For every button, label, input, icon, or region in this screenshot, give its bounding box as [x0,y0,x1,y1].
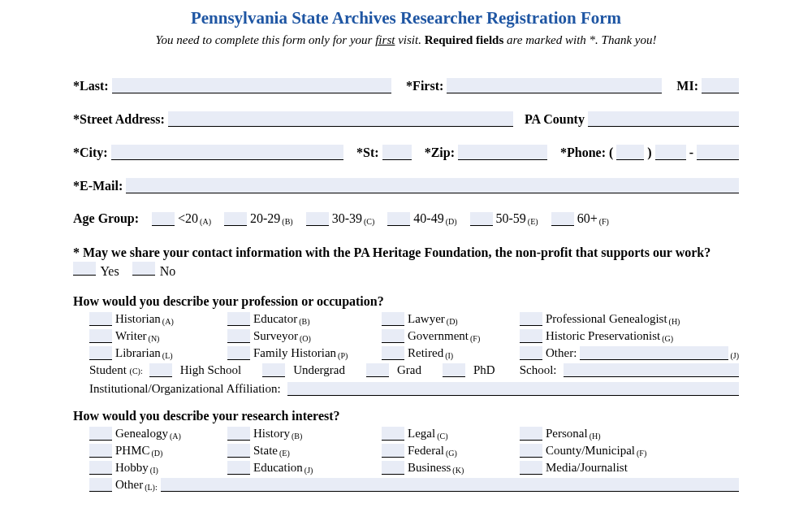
profession-question: How would you describe your profession o… [73,294,739,309]
profession-professional-genealogist-check[interactable] [520,312,542,326]
profession-option-label: Other: [546,346,577,360]
research-option-label: Business [408,461,451,475]
research-legal-check[interactable] [382,427,404,441]
research-media-journalist-check[interactable] [520,461,542,475]
phone-dash: - [689,145,693,160]
profession-option-label: Professional Genealogist [546,312,667,326]
research-option-label: Hobby [115,461,149,475]
research-genealogy-check[interactable] [89,427,112,441]
profession-writer-check[interactable] [89,329,112,343]
email-field[interactable] [126,178,739,193]
phone-area-field[interactable] [616,145,644,160]
share-question: * May we share your contact information … [73,244,739,281]
profession-historic-preservationist-check[interactable] [520,329,542,343]
phone-label: *Phone: ( [560,145,613,160]
research-option-label: History [253,427,290,441]
age-30-39-check[interactable] [306,212,329,226]
last-field[interactable] [112,78,392,93]
research-hobby-check[interactable] [89,461,112,475]
zip-field[interactable] [458,145,547,160]
research-option-label: Education [253,461,303,475]
profession-option-label: Retired [408,346,443,360]
profession-other-field[interactable] [580,346,728,360]
first-label: *First: [406,79,443,93]
research-history-check[interactable] [227,427,250,441]
research-other-check[interactable] [89,478,112,492]
research-option-label: County/Municipal [546,444,635,458]
age-group-row: Age Group: <20(A) 20-29(B) 30-39(C) 40-4… [73,211,739,226]
research-option-label: State [253,444,278,458]
research-option-label: Other [115,478,143,492]
profession-family-historian-check[interactable] [227,346,250,360]
profession-other--check[interactable] [520,346,542,360]
city-field[interactable] [111,145,343,160]
profession-option-label: Librarian [115,346,161,360]
school-label: School: [520,363,557,377]
profession-educator-check[interactable] [227,312,250,326]
research-business-check[interactable] [382,461,404,475]
profession-retired-check[interactable] [382,346,404,360]
profession-option-label: Writer [115,329,147,343]
profession-surveyor-check[interactable] [227,329,250,343]
age-50-59-check[interactable] [470,212,493,226]
research-education-check[interactable] [227,461,250,475]
research-phmc-check[interactable] [89,444,112,458]
profession-historian-check[interactable] [89,312,112,326]
street-field[interactable] [168,111,513,127]
profession-option-label: Surveyor [253,329,298,343]
share-no-check[interactable] [132,262,155,276]
student-phd-check[interactable] [443,363,465,377]
age-40-49-check[interactable] [387,212,410,226]
profession-option-label: Educator [253,312,297,326]
research-option-label: Media/Journalist [546,461,628,475]
age-group-label: Age Group: [73,211,139,226]
profession-option-label: Family Historian [253,346,336,360]
research-option-label: Federal [408,444,444,458]
profession-option-label: Government [408,329,469,343]
last-label: *Last: [73,79,109,93]
affiliation-label: Institutional/Organizational Affiliation… [89,382,281,396]
research-option-label: Personal [546,427,588,441]
street-label: *Street Address: [73,112,165,127]
first-field[interactable] [447,78,662,93]
research-option-label: Legal [408,427,435,441]
profession-option-label: Historic Preservationist [546,329,660,343]
profession-option-label: Historian [115,312,161,326]
email-label: *E-Mail: [73,179,123,193]
research-question: How would you describe your research int… [73,409,739,423]
pacounty-label: PA County [525,112,585,127]
form-title: Pennsylvania State Archives Researcher R… [73,8,739,28]
research-option-label: Genealogy [115,427,168,441]
student-grad-check[interactable] [366,363,389,377]
age-20-29-check[interactable] [224,212,247,226]
age-60plus-check[interactable] [551,212,574,226]
form-subtitle: You need to complete this form only for … [73,33,739,47]
profession-lawyer-check[interactable] [382,312,404,326]
mi-label: MI: [676,79,698,93]
affiliation-field[interactable] [287,382,739,396]
pacounty-field[interactable] [588,111,739,127]
phone-prefix-field[interactable] [655,145,686,160]
share-yes-check[interactable] [73,262,96,276]
city-label: *City: [73,145,108,160]
profession-option-label: Lawyer [408,312,445,326]
research-personal-check[interactable] [520,427,542,441]
research-option-label: PHMC [115,444,150,458]
student-hs-check[interactable] [149,363,172,377]
research-state-check[interactable] [227,444,250,458]
research-federal-check[interactable] [382,444,404,458]
phone-suffix-field[interactable] [697,145,739,160]
student-undergrad-check[interactable] [262,363,285,377]
student-label: Student (C): [89,363,143,377]
st-label: *St: [356,145,379,160]
profession-government-check[interactable] [382,329,404,343]
research-county-municipal-check[interactable] [520,444,542,458]
zip-label: *Zip: [425,145,455,160]
profession-librarian-check[interactable] [89,346,112,360]
st-field[interactable] [382,145,412,160]
age-lt20-check[interactable] [152,212,175,226]
mi-field[interactable] [702,78,739,93]
school-field[interactable] [564,363,739,377]
research-other-field[interactable] [161,478,739,492]
phone-sep: ) [647,145,651,160]
